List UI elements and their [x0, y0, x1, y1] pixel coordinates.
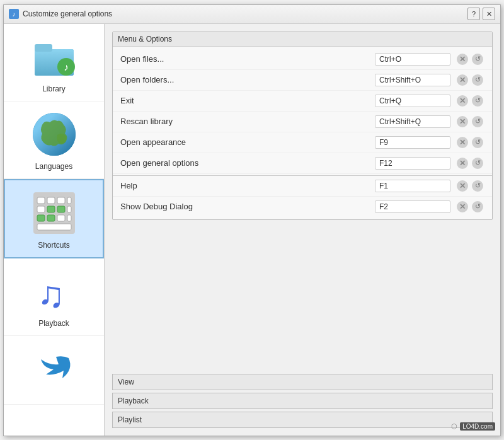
library-icon: ♪	[29, 32, 79, 82]
shortcut-name: Show Debug Dialog	[120, 202, 375, 211]
shortcut-row: Rescan library✕↺	[113, 112, 492, 132]
shortcut-name: Open folders...	[120, 75, 375, 84]
sidebar-item-shortcuts[interactable]: Shortcuts	[4, 179, 104, 258]
sidebar-label-library: Library	[42, 84, 66, 93]
reset-shortcut-button[interactable]: ↺	[471, 52, 484, 66]
svg-text:♪: ♪	[64, 62, 69, 72]
svg-rect-16	[37, 215, 45, 221]
reset-shortcut-button[interactable]: ↺	[471, 73, 484, 87]
shortcut-name: Exit	[120, 96, 375, 105]
sidebar-label-playback: Playback	[38, 319, 69, 328]
clear-icon: ✕	[457, 74, 468, 86]
clear-shortcut-button[interactable]: ✕	[455, 73, 469, 87]
reset-icon: ↺	[472, 180, 483, 192]
shortcut-key-input[interactable]	[375, 74, 450, 86]
sidebar-item-languages[interactable]: Languages	[4, 101, 104, 179]
watermark-icon: ⬡	[451, 422, 457, 431]
shortcut-row: Exit✕↺	[113, 91, 492, 112]
reset-shortcut-button[interactable]: ↺	[471, 156, 484, 170]
app-icon: ♪	[9, 9, 19, 19]
shortcut-key-input[interactable]	[375, 200, 450, 213]
svg-rect-14	[57, 206, 65, 212]
bottom-sections: ViewPlaybackPlaylist	[112, 374, 493, 428]
svg-text:♫: ♫	[37, 274, 65, 315]
shortcut-key-input[interactable]	[375, 180, 450, 192]
svg-rect-8	[37, 197, 45, 204]
playback-icon: ♫	[29, 266, 79, 316]
languages-icon	[29, 109, 79, 159]
clear-shortcut-button[interactable]: ✕	[455, 115, 469, 129]
shortcut-row: Open appearance✕↺	[113, 132, 492, 153]
shortcut-key-input[interactable]	[375, 136, 450, 149]
reset-icon: ↺	[472, 137, 483, 148]
shortcut-name: Rescan library	[120, 117, 375, 126]
svg-rect-2	[35, 44, 52, 52]
section-header-menu: Menu & Options	[113, 32, 492, 47]
clear-shortcut-button[interactable]: ✕	[455, 94, 469, 108]
shortcuts-icon	[29, 188, 79, 238]
svg-rect-11	[67, 197, 71, 204]
clear-shortcut-button[interactable]: ✕	[455, 156, 469, 170]
close-button[interactable]: ✕	[483, 8, 495, 20]
shortcut-row: Open general options✕↺	[113, 153, 492, 174]
clear-shortcut-button[interactable]: ✕	[455, 136, 469, 149]
watermark-text: LO4D.com	[460, 422, 495, 431]
content-area: ♪ Library	[4, 24, 500, 436]
bottom-section-item[interactable]: Playlist	[112, 412, 493, 428]
reset-icon: ↺	[472, 116, 483, 127]
clear-shortcut-button[interactable]: ✕	[455, 52, 469, 66]
bottom-section-item[interactable]: View	[112, 374, 493, 390]
clear-icon: ✕	[457, 180, 468, 192]
sidebar-item-library[interactable]: ♪ Library	[4, 24, 104, 101]
svg-rect-12	[37, 206, 45, 212]
reset-shortcut-button[interactable]: ↺	[471, 94, 484, 108]
shortcut-name: Open general options	[120, 158, 375, 168]
main-window: ♪ Customize general options ? ✕	[3, 4, 501, 436]
shortcut-name: Open files...	[120, 54, 375, 64]
shortcut-key-input[interactable]	[375, 95, 450, 107]
sidebar-label-shortcuts: Shortcuts	[38, 241, 70, 250]
svg-rect-17	[47, 215, 55, 221]
arrow-icon	[29, 344, 79, 394]
reset-icon: ↺	[472, 54, 483, 65]
title-bar: ♪ Customize general options ? ✕	[4, 5, 500, 24]
window-controls: ? ✕	[467, 8, 495, 20]
reset-shortcut-button[interactable]: ↺	[471, 179, 484, 193]
svg-rect-18	[57, 215, 65, 221]
reset-icon: ↺	[472, 95, 483, 107]
shortcut-name: Help	[120, 181, 375, 190]
watermark: ⬡ LO4D.com	[451, 422, 495, 431]
shortcuts-list: Open files...✕↺Open folders...✕↺Exit✕↺Re…	[113, 47, 492, 219]
help-button[interactable]: ?	[467, 8, 480, 20]
clear-icon: ✕	[457, 201, 468, 212]
reset-icon: ↺	[472, 201, 483, 212]
svg-rect-9	[47, 197, 55, 204]
shortcut-key-input[interactable]	[375, 157, 450, 170]
clear-icon: ✕	[457, 116, 468, 127]
bottom-section-item[interactable]: Playback	[112, 393, 493, 409]
clear-icon: ✕	[457, 54, 468, 65]
clear-icon: ✕	[457, 95, 468, 107]
clear-shortcut-button[interactable]: ✕	[455, 200, 469, 214]
window-title: Customize general options	[23, 9, 467, 18]
clear-shortcut-button[interactable]: ✕	[455, 179, 469, 193]
sidebar-item-playback[interactable]: ♫ Playback	[4, 258, 104, 336]
reset-shortcut-button[interactable]: ↺	[471, 200, 484, 214]
svg-rect-10	[57, 197, 65, 204]
svg-rect-20	[37, 224, 71, 230]
shortcut-key-input[interactable]	[375, 53, 450, 66]
reset-shortcut-button[interactable]: ↺	[471, 115, 484, 129]
main-panel: Menu & Options Open files...✕↺Open folde…	[105, 24, 500, 436]
sidebar-item-arrow[interactable]	[4, 336, 104, 405]
shortcut-key-input[interactable]	[375, 115, 450, 128]
reset-icon: ↺	[472, 158, 483, 169]
svg-rect-19	[67, 215, 71, 221]
reset-shortcut-button[interactable]: ↺	[471, 136, 484, 149]
shortcut-row: Open folders...✕↺	[113, 70, 492, 91]
shortcut-row: Help✕↺	[113, 175, 492, 197]
svg-rect-15	[67, 206, 71, 212]
menu-options-section: Menu & Options Open files...✕↺Open folde…	[112, 32, 493, 220]
spacer	[112, 225, 493, 369]
shortcut-row: Show Debug Dialog✕↺	[113, 197, 492, 217]
clear-icon: ✕	[457, 158, 468, 169]
